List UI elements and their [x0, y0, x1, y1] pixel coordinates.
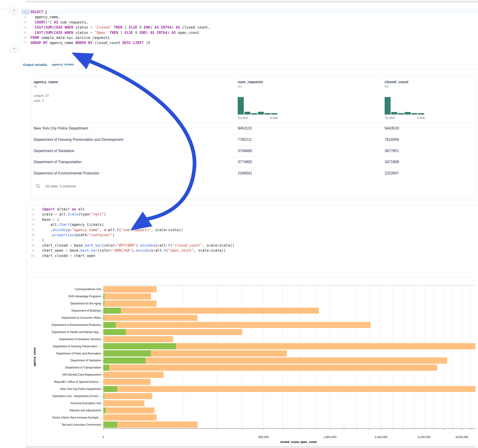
y-axis-label: Department of Sanitation [0, 359, 101, 362]
y-axis-label: Operations Unit - Department of Hom… [0, 395, 101, 398]
table-cell: Department of Environmental Protection [34, 168, 99, 179]
gridline [414, 286, 414, 428]
y-axis-tick [102, 311, 103, 311]
output-variable-chip[interactable]: agency_tickets [50, 62, 74, 68]
code-output-divider [27, 277, 476, 277]
column-header-closed_count[interactable]: closed_counti64 [385, 80, 408, 88]
column-histogram [238, 97, 277, 115]
x-axis-tick [330, 429, 330, 430]
x-axis-tick [453, 429, 453, 430]
line-number: 10 [27, 253, 34, 258]
bar-closed-count [103, 357, 447, 364]
column-header-num_requests[interactable]: num_requestsi64 [238, 80, 263, 88]
table-row[interactable]: New York City Police Department945313194… [31, 123, 476, 134]
code-text: scale = alt.Scale(type="sqrt") [38, 212, 106, 217]
bar-open-count [103, 365, 109, 371]
add-cell-button-top[interactable]: + [10, 6, 19, 15]
gridline [330, 286, 330, 428]
fold-chevron-icon[interactable]: ⌄ [34, 217, 38, 222]
bar-open-count [103, 407, 106, 414]
table-row[interactable]: Department of Sanitation37494853677651 [31, 145, 476, 157]
histogram-bar [264, 113, 270, 115]
y-axis-tick [102, 339, 103, 340]
gridline [300, 286, 300, 428]
y-axis-label: Department for the Aging [0, 302, 101, 305]
histogram-min-label: 53,304 [385, 116, 395, 120]
column-stats: unique: 20nulls: 0 [34, 93, 49, 103]
code-line: 4 alt.Chart(agency_tickets) [27, 222, 478, 227]
gridline [381, 286, 381, 428]
y-axis-tick [102, 375, 103, 375]
y-axis-tick [102, 361, 103, 361]
table-cell: New York City Police Department [34, 123, 88, 134]
bar-closed-count [103, 300, 157, 307]
y-axis-tick [102, 389, 103, 389]
gridline [403, 286, 403, 428]
histogram-bar [258, 112, 264, 115]
y-axis-title: agency_name [33, 348, 36, 367]
code-line: 3 COUNT(*) AS num_requests, [21, 20, 478, 25]
y-axis-label: Department of Homeless Services [0, 338, 101, 341]
gridline [453, 286, 453, 428]
line-number: 4 [27, 222, 34, 227]
line-number: 7 [21, 40, 26, 45]
table-cell: 2240041 [238, 168, 252, 179]
x-axis-tick [392, 429, 393, 430]
add-cell-button-middle[interactable]: + [10, 44, 19, 53]
x-axis-tick [471, 429, 471, 430]
python-editor[interactable]: 1import altair as alt2scale = alt.Scale(… [27, 207, 478, 258]
code-line: 7) [27, 238, 478, 243]
gridline [283, 286, 283, 428]
sql-editor[interactable]: 1⌄SELECT 2 agency_name,3 COUNT(*) AS num… [21, 9, 478, 46]
fold-chevron-icon[interactable]: ⌄ [26, 9, 30, 14]
bar-closed-count [103, 393, 152, 399]
histogram-bar [271, 113, 277, 115]
y-axis-tick [102, 382, 103, 382]
histogram-bar [385, 97, 391, 115]
table-row[interactable]: Department of Environmental Protection22… [31, 168, 476, 179]
table-row[interactable]: Department of Transportation377489234719… [31, 156, 476, 168]
histogram-bar [245, 112, 250, 115]
x-axis-tick [315, 429, 316, 430]
gridline [344, 286, 344, 428]
code-line: 5 CAST(SUM(CASE WHEN status = 'Open' THE… [21, 30, 478, 35]
code-line: 2 agency_name, [21, 14, 478, 20]
line-number: 6 [21, 35, 26, 40]
table-row[interactable]: Department of Housing Preservation and D… [31, 134, 476, 146]
table-cell: 7782211 [238, 134, 252, 145]
x-axis-tick [424, 429, 425, 430]
y-axis-label: Department of Buildings [0, 309, 101, 312]
y-axis-label: Correspondence Unit [0, 288, 101, 291]
code-text: chart_open = base.mark_bar(color="#8BC34… [38, 248, 226, 253]
bar-open-count [103, 393, 104, 399]
x-axis-tick [344, 429, 344, 430]
gridline [183, 286, 184, 428]
code-line: 6 .properties(width="container") [27, 232, 478, 238]
x-axis-tick [414, 429, 414, 430]
code-line: 1⌄SELECT [21, 9, 478, 14]
x-axis-tick-label: 2,400,000 [375, 436, 388, 439]
column-header-agency_name[interactable]: agency_namestr [34, 80, 58, 88]
table-footer: 20 rows, 4 columns [36, 179, 174, 193]
header-divider [380, 79, 381, 121]
table-cell: Department of Housing Preservation and D… [34, 134, 123, 145]
y-axis-tick [102, 403, 103, 404]
code-line: 3⌄base = ( [27, 217, 478, 222]
x-axis-tick [443, 429, 444, 430]
bar-closed-count [103, 286, 157, 292]
y-axis-label: Personal Exemption Unit [0, 402, 101, 405]
search-icon[interactable] [36, 184, 41, 189]
x-axis-tick [103, 429, 104, 430]
line-number: 5 [21, 30, 26, 35]
y-axis-tick [102, 346, 103, 347]
sql-cell: 1⌄SELECT 2 agency_name,3 COUNT(*) AS num… [21, 8, 478, 70]
x-axis-line [103, 428, 475, 429]
bar-closed-count [103, 308, 319, 314]
bar-closed-count [103, 414, 157, 421]
y-axis-tick [102, 354, 103, 354]
line-number: 6 [27, 232, 34, 238]
line-number: 3 [27, 217, 34, 222]
line-number: 1 [21, 9, 26, 14]
table-body: New York City Police Department945313194… [31, 123, 476, 179]
x-axis-tick-label: 800,000 [258, 436, 269, 439]
